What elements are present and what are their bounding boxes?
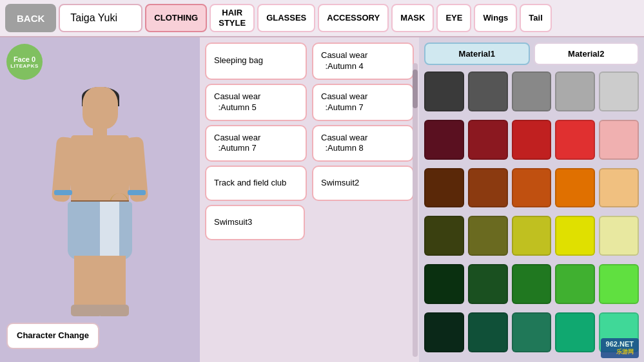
color-swatch-6[interactable] — [468, 120, 508, 160]
color-swatch-0[interactable] — [424, 71, 464, 111]
color-swatch-24[interactable] — [599, 264, 639, 304]
color-swatch-21[interactable] — [468, 264, 508, 304]
face-label-area: Face 0 LITEAPKS — [6, 44, 43, 80]
color-swatch-14[interactable] — [599, 168, 639, 208]
watermark-sub: 乐游网 — [606, 348, 634, 356]
character-change-button[interactable]: Character Change — [6, 323, 99, 349]
character-panel: Face 0 LITEAPKS Character Cha — [0, 37, 200, 362]
tab-wings[interactable]: Wings — [474, 4, 517, 32]
char-head — [83, 87, 118, 129]
char-shorts-stripe — [100, 202, 119, 260]
character-name: Taiga Yuki — [59, 4, 142, 32]
character-figure — [45, 87, 155, 325]
color-swatch-17[interactable] — [512, 216, 552, 256]
clothing-item-sleeping-bag[interactable]: Sleeping bag — [205, 43, 307, 80]
color-swatch-23[interactable] — [555, 264, 595, 304]
char-bracelet-left — [54, 190, 72, 195]
color-swatch-16[interactable] — [468, 216, 508, 256]
clothing-item-casual-autumn-7b[interactable]: Casual wear:Autumn 7 — [205, 125, 307, 162]
material-tabs: Material1 Material2 — [424, 43, 639, 65]
material1-tab[interactable]: Material1 — [424, 43, 530, 65]
watermark-site: 962.NET — [606, 340, 634, 348]
top-nav: BACK Taiga Yuki CLOTHING HAIRSTYLE GLASS… — [0, 0, 644, 37]
tab-clothing[interactable]: CLOTHING — [145, 4, 207, 32]
color-panel: Material1 Material2 — [419, 37, 644, 362]
clothing-item-swimsuit3[interactable]: Swimsuit3 — [205, 205, 305, 240]
face-oval[interactable]: Face 0 LITEAPKS — [6, 44, 43, 80]
color-swatch-22[interactable] — [512, 264, 552, 304]
color-swatch-11[interactable] — [468, 168, 508, 208]
clothing-item-casual-autumn-8[interactable]: Casual wear:Autumn 8 — [312, 125, 414, 162]
color-swatch-2[interactable] — [512, 71, 552, 111]
clothing-item-casual-autumn-7a[interactable]: Casual wear:Autumn 7 — [312, 84, 414, 121]
clothing-item-track-field[interactable]: Track and field club — [205, 166, 307, 201]
clothing-item-casual-autumn-5[interactable]: Casual wear:Autumn 5 — [205, 84, 307, 121]
clothing-row-2: Casual wear:Autumn 7 Casual wear:Autumn … — [205, 125, 414, 162]
face-text: Face 0 — [14, 55, 35, 63]
color-swatch-15[interactable] — [424, 216, 464, 256]
main-area: Face 0 LITEAPKS Character Cha — [0, 37, 644, 362]
tab-tail[interactable]: Tail — [520, 4, 551, 32]
clothing-panel: Sleeping bag Casual wear:Autumn 4 Casual… — [200, 37, 419, 362]
liteapks-label: LITEAPKS — [10, 63, 39, 69]
tab-hairstyle[interactable]: HAIRSTYLE — [210, 4, 255, 32]
char-torso — [71, 135, 129, 206]
color-swatch-8[interactable] — [555, 120, 595, 160]
tab-eye[interactable]: EYE — [436, 4, 471, 32]
char-bracelet-right — [128, 190, 146, 195]
clothing-item-casual-autumn-4[interactable]: Casual wear:Autumn 4 — [312, 43, 414, 80]
scrollbar-thumb — [413, 70, 418, 108]
color-swatch-20[interactable] — [424, 264, 464, 304]
color-swatch-1[interactable] — [468, 71, 508, 111]
color-swatch-12[interactable] — [512, 168, 552, 208]
watermark: 962.NET 乐游网 — [601, 338, 639, 358]
tab-glasses[interactable]: GLASSES — [257, 4, 315, 32]
clothing-row-4: Swimsuit3 — [205, 205, 414, 240]
color-swatch-10[interactable] — [424, 168, 464, 208]
char-shorts — [68, 202, 132, 260]
clothing-row-0: Sleeping bag Casual wear:Autumn 4 — [205, 43, 414, 80]
char-foot-left — [71, 305, 102, 316]
color-swatch-18[interactable] — [555, 216, 595, 256]
clothing-scrollbar[interactable] — [413, 63, 418, 357]
color-swatch-19[interactable] — [599, 216, 639, 256]
tab-accessory[interactable]: ACCESSORY — [318, 4, 389, 32]
clothing-row-3: Track and field club Swimsuit2 — [205, 166, 414, 201]
char-leg-right — [100, 256, 126, 307]
color-swatch-5[interactable] — [424, 120, 464, 160]
clothing-row-1: Casual wear:Autumn 5 Casual wear:Autumn … — [205, 84, 414, 121]
color-swatch-28[interactable] — [555, 312, 595, 352]
clothing-item-swimsuit2[interactable]: Swimsuit2 — [312, 166, 414, 201]
color-swatch-13[interactable] — [555, 168, 595, 208]
back-button[interactable]: BACK — [5, 4, 56, 32]
color-swatch-25[interactable] — [424, 312, 464, 352]
color-swatch-9[interactable] — [599, 120, 639, 160]
char-foot-right — [98, 305, 129, 316]
color-swatch-3[interactable] — [555, 71, 595, 111]
color-grid — [424, 71, 639, 357]
color-swatch-4[interactable] — [599, 71, 639, 111]
color-swatch-27[interactable] — [512, 312, 552, 352]
char-leg-left — [74, 256, 100, 307]
tab-mask[interactable]: MASK — [391, 4, 434, 32]
material2-tab[interactable]: Material2 — [534, 43, 639, 65]
color-swatch-7[interactable] — [512, 120, 552, 160]
color-swatch-26[interactable] — [468, 312, 508, 352]
